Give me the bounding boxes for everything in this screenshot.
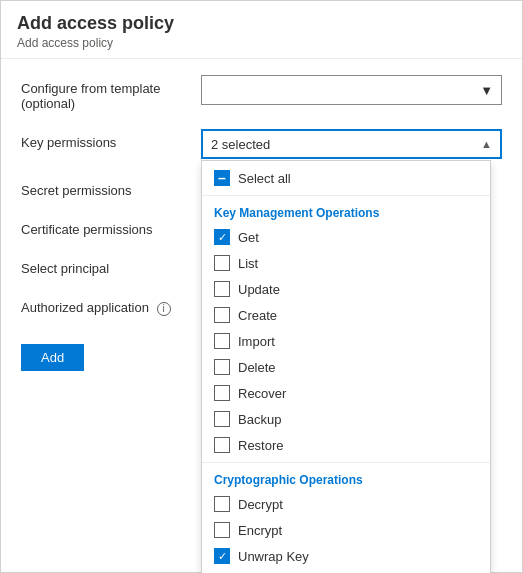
list-item[interactable]: Update [202, 276, 490, 302]
cryptographic-section-label: Cryptographic Operations [202, 467, 490, 491]
divider-1 [202, 195, 490, 196]
list-item[interactable]: Decrypt [202, 491, 490, 517]
list-item[interactable]: Restore [202, 432, 490, 458]
list-item[interactable]: Delete [202, 354, 490, 380]
unwrap-key-checkbox[interactable]: ✓ [214, 548, 230, 564]
list-item[interactable]: Backup [202, 406, 490, 432]
create-checkbox[interactable] [214, 307, 230, 323]
decrypt-label: Decrypt [238, 497, 283, 512]
key-permissions-label: Key permissions [21, 129, 201, 150]
certificate-permissions-label: Certificate permissions [21, 216, 201, 237]
recover-checkbox[interactable] [214, 385, 230, 401]
list-item[interactable]: ✓ Unwrap Key [202, 543, 490, 569]
list-item[interactable]: ✓ Get [202, 224, 490, 250]
list-checkbox[interactable] [214, 255, 230, 271]
recover-label: Recover [238, 386, 286, 401]
get-checkbox[interactable]: ✓ [214, 229, 230, 245]
chevron-up-icon: ▲ [481, 138, 492, 150]
add-button[interactable]: Add [21, 344, 84, 371]
list-item[interactable]: Wrap Key [202, 569, 490, 573]
configure-label: Configure from template (optional) [21, 75, 201, 111]
backup-checkbox[interactable] [214, 411, 230, 427]
import-checkbox[interactable] [214, 333, 230, 349]
key-permissions-dropdown[interactable]: 2 selected ▲ [201, 129, 502, 159]
restore-label: Restore [238, 438, 284, 453]
authorized-application-label: Authorized application i [21, 294, 201, 316]
page-header: Add access policy Add access policy [1, 1, 522, 59]
key-permissions-control: 2 selected ▲ – Select all Key Management… [201, 129, 502, 159]
list-item[interactable]: Import [202, 328, 490, 354]
key-management-section-label: Key Management Operations [202, 200, 490, 224]
select-principal-label: Select principal [21, 255, 201, 276]
page-container: Add access policy Add access policy Conf… [0, 0, 523, 573]
select-all-checkbox[interactable]: – [214, 170, 230, 186]
restore-checkbox[interactable] [214, 437, 230, 453]
create-label: Create [238, 308, 277, 323]
key-permissions-value: 2 selected [211, 137, 270, 152]
configure-row: Configure from template (optional) ▼ [21, 75, 502, 111]
list-item[interactable]: Create [202, 302, 490, 328]
list-item[interactable]: Encrypt [202, 517, 490, 543]
select-all-label: Select all [238, 171, 291, 186]
encrypt-label: Encrypt [238, 523, 282, 538]
chevron-down-icon: ▼ [480, 83, 493, 98]
select-all-row[interactable]: – Select all [202, 165, 490, 191]
unwrap-key-label: Unwrap Key [238, 549, 309, 564]
import-label: Import [238, 334, 275, 349]
check-icon: ✓ [218, 551, 227, 562]
encrypt-checkbox[interactable] [214, 522, 230, 538]
key-permissions-row: Key permissions 2 selected ▲ – Select al… [21, 129, 502, 159]
secret-permissions-label: Secret permissions [21, 177, 201, 198]
divider-2 [202, 462, 490, 463]
page-subtitle: Add access policy [17, 36, 506, 50]
list-item[interactable]: Recover [202, 380, 490, 406]
partial-check-icon: – [218, 171, 226, 185]
decrypt-checkbox[interactable] [214, 496, 230, 512]
update-label: Update [238, 282, 280, 297]
key-permissions-menu: – Select all Key Management Operations ✓… [201, 160, 491, 573]
delete-label: Delete [238, 360, 276, 375]
form-body: Configure from template (optional) ▼ Key… [1, 59, 522, 387]
delete-checkbox[interactable] [214, 359, 230, 375]
configure-dropdown[interactable]: ▼ [201, 75, 502, 105]
check-icon: ✓ [218, 232, 227, 243]
list-label: List [238, 256, 258, 271]
page-title: Add access policy [17, 13, 506, 34]
update-checkbox[interactable] [214, 281, 230, 297]
configure-control: ▼ [201, 75, 502, 105]
list-item[interactable]: List [202, 250, 490, 276]
get-label: Get [238, 230, 259, 245]
info-icon[interactable]: i [157, 302, 171, 316]
backup-label: Backup [238, 412, 281, 427]
